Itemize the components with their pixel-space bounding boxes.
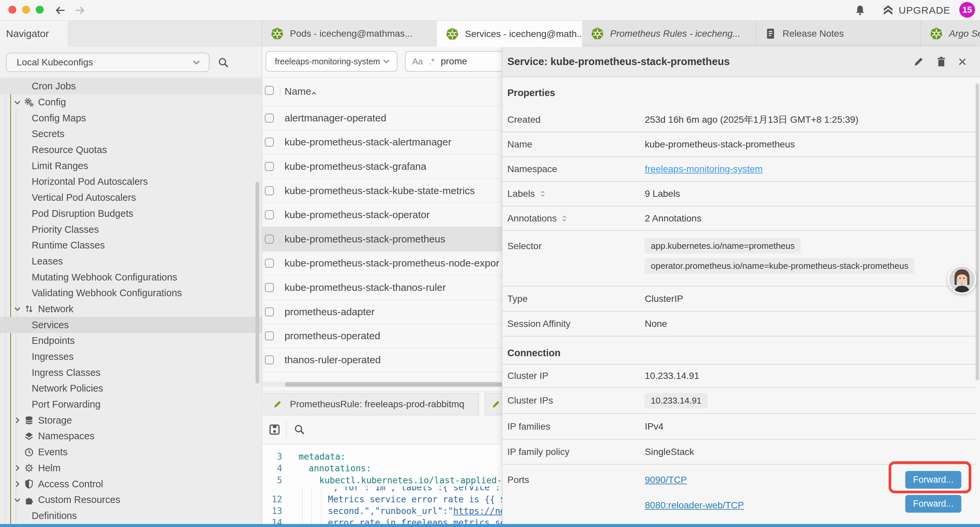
table-row[interactable]: kube-prometheus-stack-prometheus-node-ex…	[262, 251, 502, 275]
name-column-header[interactable]: Name	[285, 86, 311, 97]
sidebar-item-services[interactable]: Services	[0, 317, 262, 333]
table-row[interactable]: kube-prometheus-stack-thanos-ruler	[262, 275, 502, 299]
sidebar-item-config[interactable]: Config	[0, 94, 262, 110]
sidebar-item-network[interactable]: Network	[0, 301, 262, 317]
namespace-select[interactable]: freeleaps-monitoring-system	[266, 51, 398, 72]
chevron-right-icon[interactable]	[13, 479, 22, 489]
chevron-down-icon[interactable]	[13, 98, 22, 107]
drawer-scrollbar[interactable]	[976, 83, 979, 380]
table-row[interactable]: prometheus-adapter	[262, 299, 502, 324]
editor-tab-next[interactable]	[485, 393, 502, 415]
yaml-editor[interactable]: 3metadata: 4annotations: 5kubectl.kubern…	[262, 444, 502, 524]
navigator-panel-tab[interactable]: Navigator	[0, 21, 68, 47]
tab-pods[interactable]: Pods - icecheng@mathmas...	[262, 21, 437, 47]
sidebar-item-namespaces[interactable]: Namespaces	[0, 428, 262, 444]
table-row[interactable]: kube-prometheus-stack-operator	[262, 202, 502, 227]
tab-prometheus-rules[interactable]: Prometheus Rules - icecheng...	[582, 21, 756, 47]
namespace-link[interactable]: freeleaps-monitoring-system	[645, 164, 762, 174]
table-row[interactable]: thanos-ruler-operated	[262, 348, 502, 372]
table-row-selected[interactable]: kube-prometheus-stack-prometheus	[262, 227, 502, 251]
sidebar-item-custom-resources[interactable]: Custom Resources	[0, 492, 262, 508]
sidebar-item-port-forwarding[interactable]: Port Forwarding	[0, 396, 262, 412]
sidebar-item-horizontal-pod-autoscalers[interactable]: Horizontal Pod Autoscalers	[0, 174, 262, 190]
editor-tab-prometheusrule[interactable]: PrometheusRule: freeleaps-prod-rabbitmq	[264, 393, 479, 415]
tab-services[interactable]: Services - icecheng@math... ×	[437, 21, 582, 47]
upgrade-button[interactable]: UPGRADE	[899, 5, 950, 16]
sort-toggle-icon[interactable]	[560, 214, 569, 223]
sort-toggle-icon[interactable]	[538, 189, 547, 198]
port-link-9090[interactable]: 9090/TCP	[645, 474, 687, 485]
user-avatar[interactable]	[948, 265, 976, 294]
row-checkbox[interactable]	[265, 210, 274, 220]
sidebar-item-secrets[interactable]: Secrets	[0, 126, 262, 142]
sidebar-item-ingresses[interactable]: Ingresses	[0, 349, 262, 365]
edit-pencil-icon[interactable]	[913, 56, 924, 68]
minimize-window-button[interactable]	[22, 6, 30, 14]
sidebar-item-limit-ranges[interactable]: Limit Ranges	[0, 158, 262, 174]
table-row[interactable]: prometheus-operated	[262, 323, 502, 348]
sidebar-item-validating-webhook-configurations[interactable]: Validating Webhook Configurations	[0, 285, 262, 301]
row-checkbox[interactable]	[265, 331, 274, 341]
row-checkbox[interactable]	[265, 234, 274, 244]
maximize-window-button[interactable]	[36, 6, 44, 14]
table-row[interactable]: kube-prometheus-stack-alertmanager	[262, 130, 502, 154]
row-checkbox[interactable]	[265, 162, 274, 171]
chevron-right-icon[interactable]	[13, 416, 22, 425]
back-icon[interactable]	[54, 4, 66, 16]
sidebar-item-access-control[interactable]: Access Control	[0, 476, 262, 492]
sidebar-item-endpoints[interactable]: Endpoints	[0, 333, 262, 349]
sidebar-item-definitions[interactable]: Definitions	[0, 508, 262, 524]
sidebar-item-helm[interactable]: Helm	[0, 460, 262, 476]
sidebar-item-vertical-pod-autoscalers[interactable]: Vertical Pod Autoscalers	[0, 190, 262, 206]
sidebar-scrollbar[interactable]	[256, 182, 259, 384]
row-checkbox[interactable]	[265, 355, 274, 365]
delete-trash-icon[interactable]	[935, 56, 947, 68]
row-checkbox[interactable]	[265, 259, 274, 268]
notifications-bell-icon[interactable]	[854, 4, 866, 16]
forward-icon[interactable]	[74, 4, 86, 16]
sidebar-item-config-maps[interactable]: Config Maps	[0, 110, 262, 126]
sidebar-item-events[interactable]: Events	[0, 444, 262, 460]
table-row[interactable]: kube-prometheus-stack-kube-state-metrics	[262, 178, 502, 203]
sidebar-item-priority-classes[interactable]: Priority Classes	[0, 221, 262, 237]
sidebar-item-runtime-classes[interactable]: Runtime Classes	[0, 237, 262, 253]
upgrade-icon[interactable]	[882, 4, 894, 16]
sidebar-search-icon[interactable]	[218, 57, 229, 69]
notification-count-badge[interactable]: 15	[959, 2, 975, 18]
regex-toggle[interactable]: .*	[429, 56, 434, 67]
chevron-down-icon[interactable]	[13, 304, 22, 314]
row-checkbox[interactable]	[265, 138, 274, 147]
table-row[interactable]: kube-prometheus-stack-grafana	[262, 154, 502, 178]
tab-argo[interactable]: Argo Se	[921, 21, 980, 47]
chevron-right-icon[interactable]	[13, 463, 22, 473]
sort-ascending-icon[interactable]	[310, 89, 318, 98]
close-drawer-icon[interactable]: ×	[958, 54, 967, 69]
sidebar-item-mutating-webhook-configurations[interactable]: Mutating Webhook Configurations	[0, 269, 262, 285]
sidebar-item-leases[interactable]: Leases	[0, 253, 262, 269]
save-icon[interactable]	[268, 423, 281, 436]
horizontal-scrollbar[interactable]	[262, 382, 502, 387]
row-checkbox[interactable]	[265, 283, 274, 292]
tab-release-notes[interactable]: Release Notes	[756, 21, 921, 47]
sidebar-item-network-policies[interactable]: Network Policies	[0, 381, 262, 396]
sidebar-item-cron-jobs[interactable]: Cron Jobs	[0, 78, 262, 94]
sidebar-item-storage[interactable]: Storage	[0, 412, 262, 428]
close-window-button[interactable]	[8, 6, 16, 14]
scrollbar-thumb[interactable]	[285, 382, 502, 387]
chevron-down-icon[interactable]	[13, 495, 22, 505]
row-checkbox[interactable]	[265, 307, 274, 316]
sidebar-item-resource-quotas[interactable]: Resource Quotas	[0, 142, 262, 158]
name-filter-input[interactable]: Aa .* prome	[405, 51, 502, 72]
editor-search-icon[interactable]	[294, 424, 305, 436]
row-checkbox[interactable]	[265, 113, 274, 123]
row-checkbox[interactable]	[265, 186, 274, 195]
kubeconfig-select[interactable]: Local Kubeconfigs	[6, 53, 210, 72]
runbook-url-link[interactable]: https://net	[453, 506, 502, 516]
select-all-checkbox[interactable]	[265, 86, 274, 95]
sidebar-item-ingress-classes[interactable]: Ingress Classes	[0, 365, 262, 381]
port-link-8080[interactable]: 8080:reloader-web/TCP	[645, 500, 744, 511]
table-row[interactable]: alertmanager-operated	[262, 106, 502, 130]
match-case-toggle[interactable]: Aa	[412, 56, 423, 67]
sidebar-item-pod-disruption-budgets[interactable]: Pod Disruption Budgets	[0, 206, 262, 222]
forward-port-button-8080[interactable]: Forward...	[905, 495, 961, 513]
